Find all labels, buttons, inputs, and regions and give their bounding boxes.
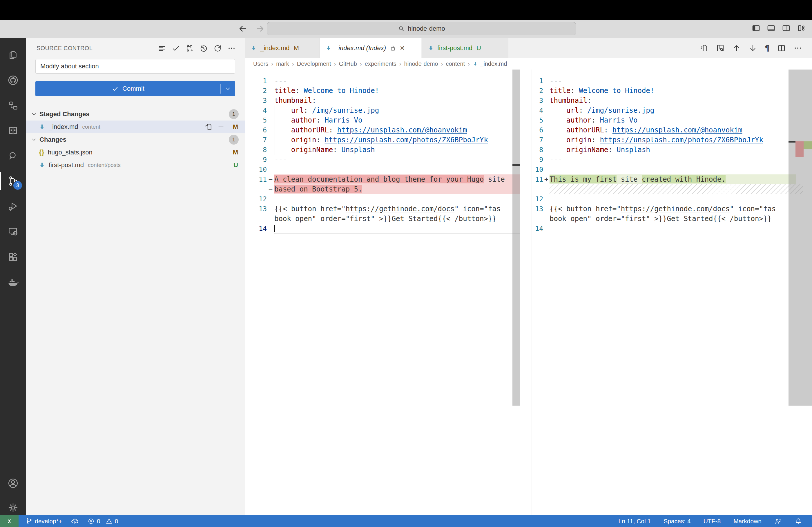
staged-changes-header[interactable]: Staged Changes 1 xyxy=(26,108,245,121)
remote-indicator[interactable] xyxy=(0,515,18,527)
breadcrumb-item[interactable]: GitHub xyxy=(339,61,357,67)
changed-file-row[interactable]: {} hugo_stats.json M xyxy=(26,146,245,159)
source-control-icon[interactable]: 3 xyxy=(0,169,26,193)
run-debug-icon[interactable] xyxy=(0,194,26,219)
code-line[interactable]: 9--- xyxy=(245,155,520,165)
breadcrumb-file[interactable]: _index.md xyxy=(473,61,507,67)
back-icon[interactable] xyxy=(238,24,248,34)
staged-file-row[interactable]: _index.md content M xyxy=(26,121,245,133)
toggle-primary-sidebar-icon[interactable] xyxy=(752,24,760,32)
code-line[interactable]: 13{{< button href="https://gethinode.com… xyxy=(532,204,812,214)
more-actions-icon[interactable] xyxy=(794,44,802,52)
search-view-icon[interactable] xyxy=(0,144,26,168)
view-as-list-icon[interactable] xyxy=(158,44,166,52)
code-line[interactable]: −based on Bootstrap 5. xyxy=(245,184,520,194)
code-line[interactable]: 4 url: /img/sunrise.jpg xyxy=(245,105,520,115)
unstage-minus-icon[interactable] xyxy=(217,123,225,131)
code-line[interactable]: 2title: Welcome to Hinode! xyxy=(245,86,520,95)
code-line[interactable]: 3thumbnail: xyxy=(532,95,812,105)
markdown-file-icon xyxy=(326,45,332,51)
branch-status-item[interactable]: develop*+ xyxy=(26,518,62,525)
command-center-search[interactable]: hinode-demo xyxy=(267,22,576,35)
docker-icon[interactable] xyxy=(0,270,26,294)
code-line[interactable]: 6 authorURL: https://unsplash.com/@hoanv… xyxy=(532,125,812,135)
code-line[interactable]: 14 xyxy=(532,224,812,234)
toggle-panel-icon[interactable] xyxy=(767,24,775,32)
code-line[interactable]: 3thumbnail: xyxy=(245,95,520,105)
breadcrumb-item[interactable]: mark xyxy=(276,61,289,67)
previous-change-icon[interactable] xyxy=(732,44,741,52)
commit-button[interactable]: Commit xyxy=(35,81,235,96)
code-line[interactable]: 9--- xyxy=(532,155,812,165)
code-text xyxy=(550,184,803,194)
docs-book-icon[interactable] xyxy=(0,119,26,143)
code-line[interactable]: 4 url: /img/sunrise.jpg xyxy=(532,105,812,115)
code-line[interactable]: 5 author: Harris Vo xyxy=(245,115,520,125)
commit-message-input[interactable] xyxy=(35,59,235,74)
breadcrumb-item[interactable]: hinode-demo xyxy=(404,61,438,67)
right-scrollbar[interactable] xyxy=(788,70,812,406)
explorer-icon[interactable] xyxy=(0,43,26,67)
code-line[interactable]: 8 originName: Unsplash xyxy=(245,145,520,155)
breadcrumb-item[interactable]: Development xyxy=(297,61,331,67)
commit-check-icon[interactable] xyxy=(172,44,180,52)
language-mode-item[interactable]: Markdown xyxy=(734,518,762,525)
accounts-icon[interactable] xyxy=(0,471,26,495)
code-line[interactable]: 1--- xyxy=(532,76,812,86)
forward-icon[interactable] xyxy=(255,24,265,34)
tab-first-post-md[interactable]: first-post.md U xyxy=(422,38,508,58)
code-line[interactable]: 7 origin: https://unsplash.com/photos/ZX… xyxy=(245,135,520,145)
changed-file-row[interactable]: first-post.md content/posts U xyxy=(26,159,245,171)
sync-changes-item[interactable] xyxy=(71,517,79,525)
code-line[interactable]: book-open" order="first" >}}Get Started{… xyxy=(245,214,520,224)
references-icon[interactable] xyxy=(0,93,26,118)
problems-item[interactable]: 0 0 xyxy=(88,518,118,525)
breadcrumb-item[interactable]: experiments xyxy=(365,61,396,67)
code-line[interactable]: 13{{< button href="https://gethinode.com… xyxy=(245,204,520,214)
diff-filler-row[interactable] xyxy=(532,184,812,194)
tab-index-md-working[interactable]: _index.md M xyxy=(245,38,320,58)
code-line[interactable]: 2title: Welcome to Hinode! xyxy=(532,86,812,95)
customize-layout-icon[interactable] xyxy=(797,24,806,32)
changes-header[interactable]: Changes 1 xyxy=(26,133,245,146)
more-actions-icon[interactable] xyxy=(227,44,236,52)
notifications-bell-icon[interactable] xyxy=(795,517,802,525)
open-file-icon[interactable] xyxy=(204,123,213,131)
code-line[interactable]: 11−A clean documentation and blog theme … xyxy=(245,175,520,184)
code-line[interactable]: book-open" order="first" >}}Get Started{… xyxy=(532,214,812,224)
create-branch-icon[interactable] xyxy=(186,44,194,52)
indentation-item[interactable]: Spaces: 4 xyxy=(664,518,691,525)
open-preview-icon[interactable] xyxy=(716,44,725,52)
render-whitespace-icon[interactable]: ¶ xyxy=(765,44,770,53)
code-line[interactable]: 11+This is my first site created with Hi… xyxy=(532,175,812,184)
code-line[interactable]: 12 xyxy=(245,194,520,204)
code-line[interactable]: 12 xyxy=(532,194,812,204)
code-line[interactable]: 5 author: Harris Vo xyxy=(532,115,812,125)
diff-sash[interactable] xyxy=(532,70,532,515)
code-line[interactable]: 6 authorURL: https://unsplash.com/@hoanv… xyxy=(245,125,520,135)
code-line[interactable]: 1--- xyxy=(245,76,520,86)
next-change-icon[interactable] xyxy=(749,44,757,52)
code-line[interactable]: 14 xyxy=(245,224,520,234)
breadcrumb-item[interactable]: Users xyxy=(253,61,268,67)
refresh-icon[interactable] xyxy=(214,44,222,52)
feedback-icon[interactable] xyxy=(774,517,782,525)
code-line[interactable]: 10 xyxy=(245,165,520,175)
github-icon[interactable] xyxy=(0,68,26,92)
left-scrollbar[interactable] xyxy=(512,70,520,406)
code-line[interactable]: 10 xyxy=(532,165,812,175)
breadcrumb-item[interactable]: content xyxy=(446,61,465,67)
code-line[interactable]: 8 originName: Unsplash xyxy=(532,145,812,155)
open-changes-icon[interactable] xyxy=(700,44,709,52)
cursor-position-item[interactable]: Ln 11, Col 1 xyxy=(619,518,651,525)
commit-dropdown-button[interactable] xyxy=(221,86,235,92)
code-line[interactable]: 7 origin: https://unsplash.com/photos/ZX… xyxy=(532,135,812,145)
history-icon[interactable] xyxy=(200,44,208,52)
close-icon[interactable]: × xyxy=(400,44,405,52)
toggle-secondary-sidebar-icon[interactable] xyxy=(782,24,791,32)
split-editor-icon[interactable] xyxy=(777,44,786,52)
tab-index-md-index-active[interactable]: _index.md (Index) × xyxy=(320,38,421,58)
extensions-icon[interactable] xyxy=(0,244,26,269)
encoding-item[interactable]: UTF-8 xyxy=(704,518,721,525)
remote-explorer-icon[interactable] xyxy=(0,219,26,244)
